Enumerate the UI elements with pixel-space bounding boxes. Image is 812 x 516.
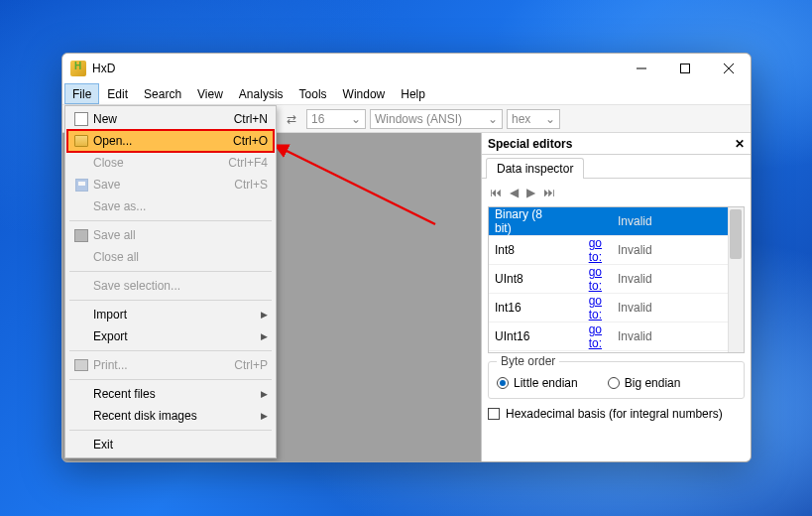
menu-save-as[interactable]: Save as... (67, 195, 274, 217)
data-inspector-grid: Binary (8 bit)InvalidInt8go to:InvalidUI… (488, 206, 745, 353)
window-title: HxD (92, 62, 115, 75)
menubar: File Edit Search View Analysis Tools Win… (62, 83, 751, 105)
checkbox-hex-basis[interactable]: Hexadecimal basis (for integral numbers) (488, 407, 745, 421)
goto-link[interactable]: go to: (566, 265, 612, 294)
goto-link[interactable]: go to: (566, 351, 612, 354)
menu-window[interactable]: Window (335, 83, 394, 104)
special-editors-panel: Special editors ✕ Data inspector ⏮ ◀ ▶ ⏭… (481, 133, 751, 461)
menu-view[interactable]: View (189, 83, 231, 104)
titlebar: HxD (62, 54, 751, 83)
app-icon (70, 61, 86, 76)
folder-open-icon (69, 135, 93, 147)
checkbox-icon (488, 408, 500, 420)
panel-title: Special editors (488, 137, 572, 151)
scrollbar[interactable] (728, 207, 744, 352)
goto-link[interactable]: go to: (566, 322, 612, 351)
svg-rect-1 (681, 64, 690, 73)
scrollbar-thumb[interactable] (730, 209, 742, 259)
data-inspector-row[interactable]: Int16go to:Invalid (489, 294, 728, 322)
panel-header: Special editors ✕ (482, 133, 751, 155)
menu-search[interactable]: Search (136, 83, 189, 104)
menu-print[interactable]: Print... Ctrl+P (67, 354, 274, 376)
combo-value: Windows (ANSI) (375, 112, 462, 126)
menu-separator (69, 300, 272, 301)
panel-close-button[interactable]: ✕ (735, 137, 745, 151)
type-cell: UInt16 (489, 322, 566, 351)
nav-prev-icon[interactable]: ◀ (510, 186, 519, 199)
type-cell: Int24 (489, 351, 566, 354)
save-icon (69, 179, 93, 192)
goto-link[interactable]: go to: (566, 236, 612, 265)
app-window: HxD File Edit Search View Analysis Tools… (61, 53, 752, 462)
toolbar-width-button[interactable]: ⇄ (281, 108, 302, 130)
data-inspector-row[interactable]: Int8go to:Invalid (489, 236, 728, 265)
value-cell: Invalid (612, 236, 728, 265)
type-cell: Int16 (489, 294, 566, 322)
radio-icon (497, 377, 509, 389)
window-controls (620, 54, 751, 83)
data-inspector-nav: ⏮ ◀ ▶ ⏭ (482, 179, 751, 206)
maximize-button[interactable] (663, 54, 707, 83)
menu-close-all[interactable]: Close all (67, 246, 274, 268)
menu-separator (69, 220, 272, 221)
nav-first-icon[interactable]: ⏮ (490, 186, 502, 199)
value-cell: Invalid (612, 207, 728, 236)
menu-open[interactable]: Open... Ctrl+O (67, 130, 274, 152)
menu-separator (69, 350, 272, 351)
menu-separator (69, 271, 272, 272)
menu-help[interactable]: Help (393, 83, 433, 104)
goto-link (566, 207, 612, 236)
menu-close[interactable]: Close Ctrl+F4 (67, 152, 274, 174)
type-cell: UInt8 (489, 265, 566, 294)
menu-save[interactable]: Save Ctrl+S (67, 174, 274, 195)
menu-analysis[interactable]: Analysis (231, 83, 291, 104)
goto-link[interactable]: go to: (566, 294, 612, 322)
menu-tools[interactable]: Tools (291, 83, 335, 104)
toolbar-encoding-combo[interactable]: Windows (ANSI)⌄ (370, 109, 503, 129)
file-menu-dropdown: New Ctrl+N Open... Ctrl+O Close Ctrl+F4 … (64, 105, 277, 458)
combo-value: 16 (311, 112, 324, 126)
menu-save-selection[interactable]: Save selection... (67, 275, 274, 297)
radio-big-endian[interactable]: Big endian (608, 376, 681, 390)
value-cell: Invalid (612, 294, 728, 322)
data-inspector-row[interactable]: UInt8go to:Invalid (489, 265, 728, 294)
value-cell: Invalid (612, 265, 728, 294)
radio-little-endian[interactable]: Little endian (497, 376, 578, 390)
type-cell: Binary (8 bit) (489, 207, 566, 236)
chevron-down-icon: ⌄ (345, 112, 361, 126)
svg-line-4 (283, 149, 435, 224)
byte-order-group: Byte order Little endian Big endian (488, 361, 745, 399)
combo-value: hex (512, 112, 530, 126)
close-button[interactable] (707, 54, 751, 83)
type-cell: Int8 (489, 236, 566, 265)
tab-data-inspector[interactable]: Data inspector (486, 158, 584, 179)
print-icon (69, 359, 93, 371)
value-cell: Invalid (612, 322, 728, 351)
nav-next-icon[interactable]: ▶ (526, 186, 535, 199)
document-icon (69, 112, 93, 126)
menu-save-all[interactable]: Save all (67, 224, 274, 246)
menu-export[interactable]: Export (67, 325, 274, 347)
menu-recent-disk-images[interactable]: Recent disk images (67, 405, 274, 427)
radio-icon (608, 377, 620, 389)
data-inspector-row[interactable]: Int24go to:Invalid (489, 351, 728, 354)
value-cell: Invalid (612, 351, 728, 354)
save-all-icon (69, 229, 93, 242)
menu-edit[interactable]: Edit (99, 83, 136, 104)
menu-separator (69, 379, 272, 380)
minimize-button[interactable] (620, 54, 663, 83)
toolbar-base-combo[interactable]: hex⌄ (507, 109, 560, 129)
annotation-arrow (277, 135, 445, 234)
menu-exit[interactable]: Exit (67, 434, 274, 455)
data-inspector-row[interactable]: UInt16go to:Invalid (489, 322, 728, 351)
menu-recent-files[interactable]: Recent files (67, 383, 274, 405)
toolbar-bytes-per-row-combo[interactable]: 16⌄ (306, 109, 366, 129)
menu-import[interactable]: Import (67, 304, 274, 325)
menu-new[interactable]: New Ctrl+N (67, 108, 274, 130)
nav-last-icon[interactable]: ⏭ (543, 186, 555, 199)
chevron-down-icon: ⌄ (482, 112, 498, 126)
menu-separator (69, 430, 272, 431)
data-inspector-row[interactable]: Binary (8 bit)Invalid (489, 207, 728, 236)
menu-file[interactable]: File (64, 83, 99, 104)
chevron-down-icon: ⌄ (539, 112, 555, 126)
